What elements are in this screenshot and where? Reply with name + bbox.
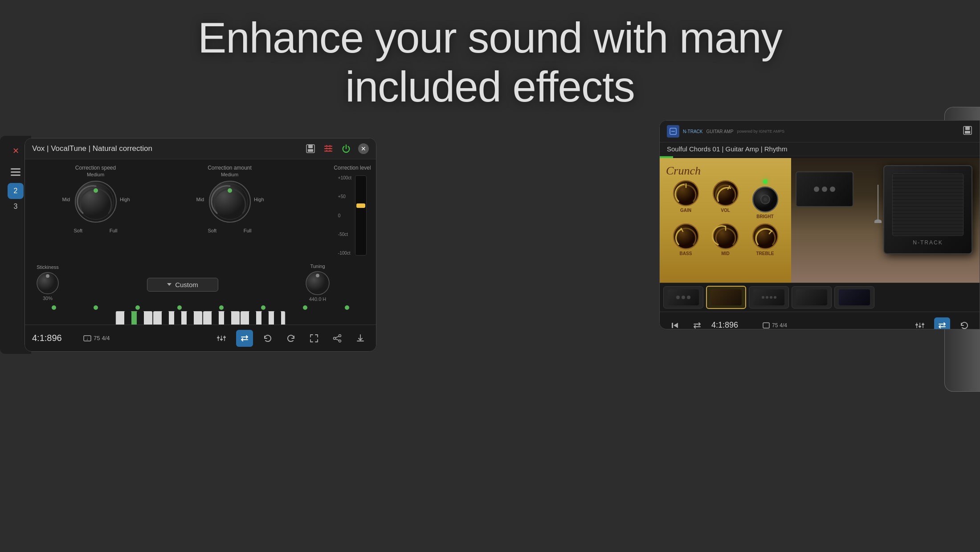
bright-knob[interactable] <box>751 186 779 213</box>
svg-point-15 <box>316 274 319 277</box>
menu-button[interactable] <box>6 162 25 182</box>
svg-point-6 <box>75 181 116 222</box>
guitar-amp-body: Crunch <box>660 158 980 283</box>
tuning-label: Tuning <box>310 264 325 269</box>
gain-knob[interactable] <box>672 179 700 207</box>
tuning-section: Tuning 440.0 H <box>302 264 333 302</box>
treble-knob[interactable] <box>751 223 779 250</box>
svg-point-11 <box>228 188 232 193</box>
p1-dot3 <box>687 296 690 299</box>
correction-speed-knob[interactable] <box>74 180 118 223</box>
vol-label: VOL <box>721 208 730 213</box>
g-meter-value: 4/4 <box>780 322 787 329</box>
svg-point-9 <box>209 181 250 222</box>
dot-5 <box>219 305 224 310</box>
vol-knob[interactable] <box>712 179 739 207</box>
level-track[interactable] <box>355 175 367 256</box>
g-mixer-button[interactable] <box>912 317 928 330</box>
amount-soft-label: Soft <box>208 228 217 233</box>
g-back-button[interactable] <box>667 317 683 330</box>
guitar-title-right <box>963 126 972 137</box>
head-knob-1 <box>814 187 819 192</box>
plugin-label: GUITAR AMP <box>706 129 733 134</box>
amp-control-panel: Crunch <box>660 158 791 283</box>
svg-rect-78 <box>919 326 921 327</box>
svg-point-49 <box>334 337 336 339</box>
correction-level-section: Correction level +100ct +50 0 -50ct -100… <box>332 163 372 257</box>
guitar-amp-title: Soulful Chords 01 | Guitar Amp | Rhythm <box>667 145 787 153</box>
vocaltune-controls: ✕ <box>305 143 369 154</box>
dropdown-arrow-icon <box>167 283 172 286</box>
speaker-grill <box>892 174 964 236</box>
bright-label: BRIGHT <box>756 214 773 219</box>
loop-button[interactable] <box>236 330 253 347</box>
stickiness-knob[interactable] <box>36 272 59 295</box>
preset-5-img <box>839 289 870 305</box>
vt-tempo: ♩ 75 4/4 <box>83 334 110 343</box>
svg-rect-45 <box>217 337 220 338</box>
tuning-hz: 440.0 H <box>309 296 327 302</box>
save-icon[interactable] <box>305 143 316 154</box>
head-knob-3 <box>830 187 835 192</box>
bass-knob[interactable] <box>672 223 700 250</box>
correction-amount-knob-wrapper: Medium Mid High Soft Full <box>208 180 252 225</box>
vocaltune-titlebar: Vox | VocalTune | Natural correction <box>25 138 376 159</box>
powered-by: powered by IGNITE AMPS <box>737 129 784 134</box>
dot-6 <box>261 305 265 310</box>
preset-1[interactable] <box>663 286 703 308</box>
tune-icon[interactable] <box>323 143 334 154</box>
export-button[interactable] <box>352 330 369 347</box>
vocaltune-title: Vox | VocalTune | Natural correction <box>32 144 152 153</box>
preset-5[interactable] <box>834 286 874 308</box>
speed-medium-label: Medium <box>87 172 104 177</box>
preset-3-img <box>753 289 784 305</box>
amount-full-label: Full <box>244 228 252 233</box>
preset-2-selected[interactable] <box>706 286 746 309</box>
guitar-transport: 4:1:896 75 4/4 <box>660 312 980 329</box>
tuning-knob[interactable] <box>305 271 330 296</box>
ntrack-logo <box>667 125 679 138</box>
gain-label: GAIN <box>680 208 691 213</box>
redo-button[interactable] <box>282 330 299 347</box>
track-2-button[interactable]: 2 <box>8 183 24 199</box>
close-icon[interactable]: ✕ <box>358 143 369 154</box>
mid-knob[interactable] <box>712 223 739 250</box>
power-icon[interactable] <box>340 143 352 154</box>
mic-stand <box>874 185 882 223</box>
svg-rect-46 <box>220 339 223 340</box>
stickiness-label: Stickiness <box>37 264 59 270</box>
mid-knob-group: MID <box>712 223 739 256</box>
vocaltune-body: Correction speed Medium Mid High Soft Fu… <box>25 159 376 257</box>
custom-dropdown[interactable]: Custom <box>147 278 218 292</box>
bright-knob-group: BRIGHT <box>751 179 779 219</box>
g-loop-active-button[interactable] <box>934 317 950 330</box>
vt-tempo-value: 75 <box>94 335 100 341</box>
correction-speed-label: Correction speed <box>75 165 116 171</box>
hero-line1: Enhance your sound with many <box>0 13 980 62</box>
correction-speed-section: Correction speed Medium Mid High Soft Fu… <box>29 163 163 257</box>
guitar-save-icon[interactable] <box>963 126 972 137</box>
correction-amount-section: Correction amount Medium Mid High Soft F… <box>163 163 297 257</box>
dot-8 <box>345 305 349 310</box>
mixer-button[interactable] <box>213 330 230 347</box>
correction-level-label: Correction level <box>334 165 371 171</box>
svg-rect-57 <box>965 131 970 134</box>
guitar-amp-device: n-track GUITAR AMP powered by IGNITE AMP… <box>659 120 980 329</box>
stickiness-pct: 30% <box>43 296 53 301</box>
level-meter-area: +100ct +50 0 -50ct -100ct <box>338 175 367 256</box>
amount-mid-label: Mid <box>196 197 204 202</box>
correction-amount-knob[interactable] <box>208 180 252 223</box>
bass-knob-group: BASS <box>672 223 700 256</box>
piano-dots-top <box>30 305 371 310</box>
expand-button[interactable] <box>306 330 323 347</box>
preset-3[interactable] <box>749 286 789 308</box>
metronome-icon: ♩ <box>83 334 92 343</box>
g-loop-button[interactable] <box>689 317 705 330</box>
undo-button[interactable] <box>259 330 276 347</box>
preset-4[interactable] <box>792 286 832 308</box>
track-3-label: 3 <box>14 199 18 214</box>
share-button[interactable] <box>329 330 346 347</box>
amount-high-label: High <box>254 197 264 202</box>
close-button[interactable]: ✕ <box>6 141 25 161</box>
g-undo-button[interactable] <box>956 317 972 330</box>
